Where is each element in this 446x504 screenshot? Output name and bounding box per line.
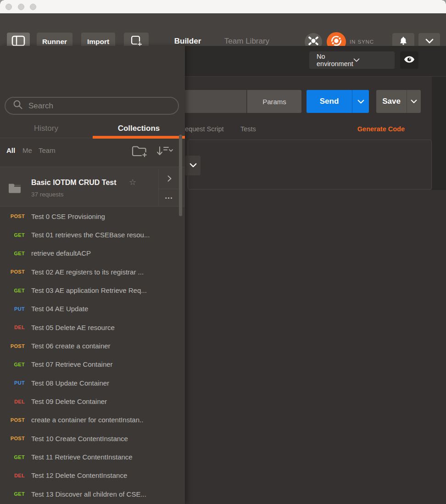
folder-plus-icon: [131, 145, 148, 157]
environment-selector-label: No environment: [317, 53, 353, 67]
url-input[interactable]: [185, 90, 246, 113]
list-item[interactable]: GETretrieve defaultACP: [0, 244, 178, 263]
save-button[interactable]: Save: [376, 90, 421, 113]
chevron-down-icon: [190, 162, 197, 170]
list-item[interactable]: GETTest 13 Discover all children of CSE.…: [0, 485, 178, 503]
list-item[interactable]: POSTTest 0 CSE Provisioning: [0, 207, 178, 225]
request-body-panel: [188, 140, 432, 190]
list-item[interactable]: DELTest 12 Delete ContentInstance: [0, 466, 178, 485]
filter-all[interactable]: All: [6, 146, 15, 154]
method-badge: DEL: [7, 325, 25, 330]
zoom-window-button[interactable]: [30, 4, 36, 10]
list-item[interactable]: DELTest 05 Delete AE resource: [0, 318, 178, 336]
send-options-button[interactable]: [352, 90, 369, 113]
card-cell-divider: [159, 189, 179, 189]
method-badge: DEL: [7, 399, 25, 404]
collection-name: Basic IOTDM CRUD Test: [31, 179, 117, 187]
chevron-right-icon: [167, 174, 172, 183]
request-name: Test 05 Delete AE resource: [31, 324, 115, 331]
save-button-label[interactable]: Save: [376, 90, 407, 113]
list-item[interactable]: POSTTest 02 AE registers to its registra…: [0, 263, 178, 281]
sync-status-text: IN SYNC: [350, 39, 374, 45]
request-name: Test 09 Delete Container: [31, 398, 107, 405]
tab-collections[interactable]: Collections: [93, 124, 185, 133]
tab-team-library[interactable]: Team Library: [219, 37, 274, 46]
main-right-gutter: [432, 77, 446, 190]
request-name: Test 02 AE registers to its registrar ..…: [31, 268, 144, 276]
request-name: Test 08 Update Container: [31, 379, 109, 387]
list-item[interactable]: DELTest 09 Delete Container: [0, 392, 178, 410]
request-name: Test 04 AE Update: [31, 305, 88, 313]
method-badge: GET: [7, 491, 25, 497]
list-item[interactable]: PUTTest 04 AE Update: [0, 300, 178, 318]
request-name: Test 13 Discover all children of CSE...: [31, 490, 146, 498]
collections-tab-underline: [93, 136, 185, 139]
request-name: Test 06 create a container: [31, 342, 111, 350]
request-name: Test 01 retrieves the CSEBase resou...: [31, 231, 150, 239]
search-icon: [13, 100, 23, 112]
tab-builder[interactable]: Builder: [163, 37, 212, 46]
search-field[interactable]: [5, 97, 179, 115]
environment-preview-button[interactable]: [400, 51, 418, 69]
star-icon[interactable]: ☆: [129, 177, 136, 187]
eye-icon: [404, 56, 415, 65]
open-collection-button[interactable]: [159, 168, 179, 189]
tab-history[interactable]: History: [0, 124, 92, 133]
method-badge: PUT: [7, 380, 25, 386]
sort-button[interactable]: [156, 146, 174, 159]
method-badge: POST: [7, 417, 25, 423]
environment-selector[interactable]: No environment: [309, 51, 395, 69]
list-item[interactable]: GETTest 03 AE application Retrieve Req..…: [0, 281, 178, 299]
generate-code-link[interactable]: Generate Code: [357, 125, 405, 133]
collection-card[interactable]: Basic IOTDM CRUD Test ☆ 37 requests •••: [0, 167, 185, 207]
method-badge: POST: [7, 213, 25, 219]
method-badge: GET: [7, 251, 25, 256]
list-item[interactable]: POSTTest 10 Create ContentInstance: [0, 429, 178, 448]
save-options-button[interactable]: [407, 90, 421, 113]
titlebar: [0, 0, 446, 13]
request-name: Test 10 Create ContentInstance: [31, 435, 128, 442]
collection-request-count: 37 requests: [31, 191, 64, 198]
method-badge: POST: [7, 343, 25, 349]
body-type-select[interactable]: [183, 156, 201, 175]
list-item[interactable]: GETTest 07 Retrieve Container: [0, 355, 178, 374]
request-list: POSTTest 0 CSE ProvisioningGETTest 01 re…: [0, 207, 178, 504]
method-badge: GET: [7, 362, 25, 367]
postman-window: Runner Import Builder Team Library: [0, 0, 446, 504]
method-badge: GET: [7, 454, 25, 460]
minimize-window-button[interactable]: [18, 4, 24, 10]
search-input[interactable]: [28, 101, 166, 111]
tab-tests[interactable]: Tests: [240, 125, 256, 133]
list-item[interactable]: POSTTest 06 create a container: [0, 336, 178, 355]
collection-more-button[interactable]: •••: [159, 191, 179, 205]
sort-icon: [156, 146, 174, 157]
method-badge: PUT: [7, 306, 25, 312]
chevron-down-icon: [353, 56, 389, 64]
list-item[interactable]: PUTTest 08 Update Container: [0, 374, 178, 392]
request-name: create a container for contentInstan..: [31, 416, 143, 424]
method-badge: DEL: [7, 473, 25, 478]
collections-sidebar: History Collections All Me Team: [0, 46, 185, 504]
request-name: Test 07 Retrieve Container: [31, 360, 113, 368]
tab-pre-request-script[interactable]: equest Script: [185, 125, 224, 133]
close-window-button[interactable]: [6, 4, 12, 10]
tabs-baseline: [0, 138, 93, 138]
filter-me[interactable]: Me: [22, 146, 32, 154]
new-folder-button[interactable]: [131, 145, 148, 159]
send-button-label[interactable]: Send: [307, 90, 352, 113]
list-item[interactable]: GETTest 01 retrieves the CSEBase resou..…: [0, 225, 178, 244]
sidebar-scrollbar-thumb[interactable]: [179, 134, 182, 216]
request-name: Test 11 Retrieve ContentInstance: [31, 453, 133, 461]
toolbar: Runner Import Builder Team Library: [0, 13, 446, 46]
send-button[interactable]: Send: [307, 90, 369, 113]
request-name: retrieve defaultACP: [31, 249, 91, 257]
list-item[interactable]: POSTcreate a container for contentInstan…: [0, 411, 178, 429]
method-badge: POST: [7, 269, 25, 274]
params-button[interactable]: Params: [247, 90, 301, 113]
filter-team[interactable]: Team: [39, 146, 56, 154]
method-badge: GET: [7, 288, 25, 293]
request-name: Test 12 Delete ContentInstance: [31, 471, 127, 479]
chevron-down-icon: [425, 38, 434, 46]
list-item[interactable]: GETTest 11 Retrieve ContentInstance: [0, 448, 178, 466]
method-badge: POST: [7, 436, 25, 441]
